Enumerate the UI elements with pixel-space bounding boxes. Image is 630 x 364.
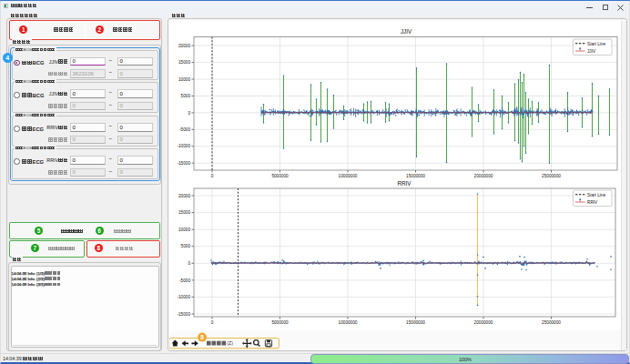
svg-text:RRIV: RRIV [397,180,412,187]
svg-text:-10000: -10000 [177,144,190,148]
svg-text:10000: 10000 [178,228,190,232]
svg-text:-5000: -5000 [179,127,190,132]
svg-text:5000: 5000 [181,94,191,98]
svg-text:15000: 15000 [178,60,190,65]
svg-text:RRIV: RRIV [587,200,598,205]
svg-text:10000000: 10000000 [339,320,358,325]
svg-text:(Z): (Z) [227,340,233,346]
svg-text:25000000: 25000000 [542,174,561,178]
svg-text:15000000: 15000000 [406,320,425,325]
svg-text:5000000: 5000000 [271,174,289,178]
svg-text:JJIV: JJIV [587,49,596,54]
svg-text:20000000: 20000000 [474,320,493,325]
svg-text:10000000: 10000000 [339,174,358,178]
svg-text:-10000: -10000 [177,295,190,299]
svg-text:5000000: 5000000 [271,320,289,325]
svg-text:-15000: -15000 [177,161,190,166]
svg-text:-15000: -15000 [177,312,190,317]
svg-text:8: 8 [200,334,204,340]
svg-text:0: 0 [188,261,190,266]
svg-text:20000: 20000 [178,44,190,48]
svg-text:Start Line: Start Line [587,42,605,46]
svg-text:5000: 5000 [181,244,191,248]
svg-text:15000000: 15000000 [406,174,425,178]
svg-text:0: 0 [211,320,214,325]
svg-text:15000: 15000 [178,210,190,215]
svg-text:25000000: 25000000 [542,320,561,325]
svg-text:20000: 20000 [178,194,190,198]
svg-text:20000000: 20000000 [474,174,493,178]
svg-text:0: 0 [188,111,190,116]
svg-text:JJIV: JJIV [401,28,412,35]
svg-text:0: 0 [211,174,214,178]
svg-text:Start Line: Start Line [587,193,605,197]
svg-text:10000: 10000 [178,77,190,82]
svg-text:-5000: -5000 [179,278,190,283]
